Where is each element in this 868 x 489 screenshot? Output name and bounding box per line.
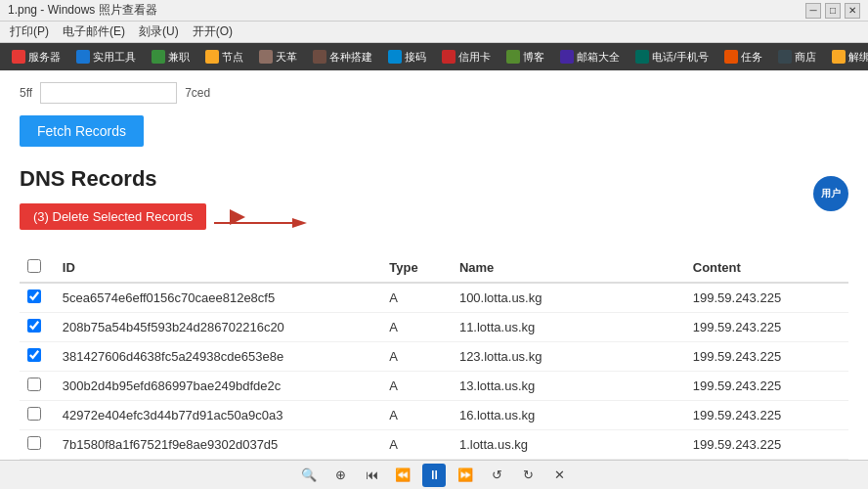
cell-type-0: A	[381, 283, 452, 313]
delete-action-row: (3) Delete Selected Records	[20, 203, 848, 242]
row-checkbox-3[interactable]	[27, 378, 41, 391]
cell-type-3: A	[381, 372, 452, 401]
col-header-type: Type	[381, 253, 452, 283]
bookmark-task[interactable]: 任务	[718, 48, 768, 67]
row-checkbox-5[interactable]	[27, 436, 41, 450]
cell-id-2: 381427606d4638fc5a24938cde653e8e	[55, 342, 381, 372]
input-label-1: 5ff	[20, 86, 32, 100]
toolbar-play-btn[interactable]: ⏸	[422, 464, 446, 487]
avatar: 用户	[813, 176, 848, 211]
table-row: 300b2d4b95efd686997bae249bdfde2c A 13.lo…	[20, 372, 848, 401]
bookmark-phone-icon	[635, 50, 649, 64]
cell-type-2: A	[381, 342, 452, 372]
select-all-checkbox[interactable]	[27, 259, 41, 273]
bookmark-tools-icon	[76, 50, 90, 64]
row-checkbox-4[interactable]	[27, 407, 41, 421]
toolbar-next-btn[interactable]: ⏩	[454, 464, 477, 487]
bookmark-credit-icon	[442, 50, 456, 64]
cell-type-1: A	[381, 313, 452, 342]
window-controls[interactable]: ─ □ ✕	[805, 3, 860, 19]
domain-input[interactable]	[40, 82, 177, 104]
bookmark-task-icon	[724, 50, 738, 64]
table-row: 5cea6574e6eff0156c70caee812e8cf5 A 100.l…	[20, 283, 848, 313]
bookmark-server-icon	[12, 50, 25, 64]
row-checkbox-2[interactable]	[27, 348, 41, 362]
toolbar-rotate-left-btn[interactable]: ↺	[485, 464, 508, 487]
cell-name-2: 123.lotta.us.kg	[452, 342, 685, 372]
input-row: 5ff 7ced	[20, 82, 848, 104]
toolbar-search-btn[interactable]: 🔍	[297, 464, 321, 487]
bookmark-nodes[interactable]: 节点	[199, 48, 249, 67]
bookmark-setup-icon	[313, 50, 326, 64]
cell-name-0: 100.lotta.us.kg	[452, 283, 685, 313]
bookmark-blog-icon	[506, 50, 520, 64]
menu-email[interactable]: 电子邮件(E)	[57, 22, 131, 42]
table-row: 7b1580f8a1f67521f9e8ae9302d037d5 A 1.lot…	[20, 430, 848, 460]
cell-name-3: 13.lotta.us.kg	[452, 372, 685, 401]
toolbar-prev-btn[interactable]: ⏪	[391, 464, 414, 487]
toolbar-add-btn[interactable]: ⊕	[328, 464, 352, 487]
bookmark-parttime[interactable]: 兼职	[146, 48, 195, 67]
bookmark-unbind-icon	[832, 50, 846, 64]
fetch-records-button[interactable]: Fetch Records	[20, 115, 144, 147]
cell-content-2: 199.59.243.225	[685, 342, 848, 372]
menu-bar: 打印(P) 电子邮件(E) 刻录(U) 开开(O)	[0, 22, 868, 43]
cell-content-3: 199.59.243.225	[685, 372, 848, 401]
col-header-name: Name	[452, 253, 685, 283]
cell-name-1: 11.lotta.us.kg	[452, 313, 685, 342]
bookmark-parttime-icon	[152, 50, 165, 64]
bookmarks-bar: 服务器 实用工具 兼职 节点 天革 各种搭建 接码 信用卡 博客 邮箱大全 电话…	[0, 43, 868, 70]
table-row: 42972e404efc3d44b77d91ac50a9c0a3 A 16.lo…	[20, 401, 848, 430]
delete-arrow-svg	[214, 215, 312, 231]
cell-id-1: 208b75a54b45f593b24d286702216c20	[55, 313, 381, 342]
menu-print[interactable]: 打印(P)	[4, 22, 55, 42]
bookmark-blog[interactable]: 博客	[500, 48, 550, 67]
cell-id-5: 7b1580f8a1f67521f9e8ae9302d037d5	[55, 430, 381, 460]
toolbar-close-btn[interactable]: ✕	[547, 464, 571, 487]
menu-burn[interactable]: 刻录(U)	[133, 22, 185, 42]
table-header-row: ID Type Name Content	[20, 253, 848, 283]
dns-records-table: ID Type Name Content 5cea6574e6eff0156c7…	[20, 253, 848, 460]
bookmark-tools[interactable]: 实用工具	[70, 48, 142, 67]
bookmark-sms-icon	[388, 50, 402, 64]
cell-content-4: 199.59.243.225	[685, 401, 848, 430]
cell-id-4: 42972e404efc3d44b77d91ac50a9c0a3	[55, 401, 381, 430]
cell-name-4: 16.lotta.us.kg	[452, 401, 685, 430]
bookmark-tian[interactable]: 天革	[253, 48, 303, 67]
window-title: 1.png - Windows 照片查看器	[8, 2, 157, 19]
cell-content-1: 199.59.243.225	[685, 313, 848, 342]
cell-name-5: 1.lotta.us.kg	[452, 430, 685, 460]
bottom-toolbar: 🔍 ⊕ ⏮ ⏪ ⏸ ⏩ ↺ ↻ ✕	[0, 460, 868, 489]
menu-open[interactable]: 开开(O)	[187, 22, 239, 42]
bookmark-credit[interactable]: 信用卡	[436, 48, 497, 67]
cell-type-5: A	[381, 430, 452, 460]
toolbar-rotate-right-btn[interactable]: ↻	[516, 464, 540, 487]
bookmark-phone[interactable]: 电话/手机号	[629, 48, 715, 67]
maximize-button[interactable]: □	[825, 3, 841, 19]
toolbar-first-btn[interactable]: ⏮	[360, 464, 383, 487]
section-title: DNS Records	[20, 166, 848, 192]
bookmark-shop-icon	[778, 50, 792, 64]
delete-selected-button[interactable]: (3) Delete Selected Records	[20, 203, 206, 230]
row-checkbox-1[interactable]	[27, 319, 41, 333]
col-header-content: Content	[685, 253, 848, 283]
cell-content-5: 199.59.243.225	[685, 430, 848, 460]
close-button[interactable]: ✕	[845, 3, 860, 19]
svg-marker-1	[292, 218, 307, 228]
bookmark-nodes-icon	[205, 50, 219, 64]
minimize-button[interactable]: ─	[805, 3, 821, 19]
title-bar: 1.png - Windows 照片查看器 ─ □ ✕	[0, 0, 868, 22]
row-checkbox-0[interactable]	[27, 289, 41, 303]
bookmark-tian-icon	[259, 50, 273, 64]
bookmark-email-all[interactable]: 邮箱大全	[554, 48, 626, 67]
bookmark-unbind[interactable]: 解绑卡	[826, 48, 868, 67]
cell-id-3: 300b2d4b95efd686997bae249bdfde2c	[55, 372, 381, 401]
bookmark-server[interactable]: 服务器	[6, 48, 66, 67]
cell-content-0: 199.59.243.225	[685, 283, 848, 313]
content-area: 5ff 7ced Fetch Records DNS Records (3) D…	[0, 70, 868, 467]
col-header-id: ID	[55, 253, 381, 283]
bookmark-shop[interactable]: 商店	[772, 48, 822, 67]
bookmark-setup[interactable]: 各种搭建	[307, 48, 378, 67]
cell-type-4: A	[381, 401, 452, 430]
bookmark-sms[interactable]: 接码	[382, 48, 432, 67]
